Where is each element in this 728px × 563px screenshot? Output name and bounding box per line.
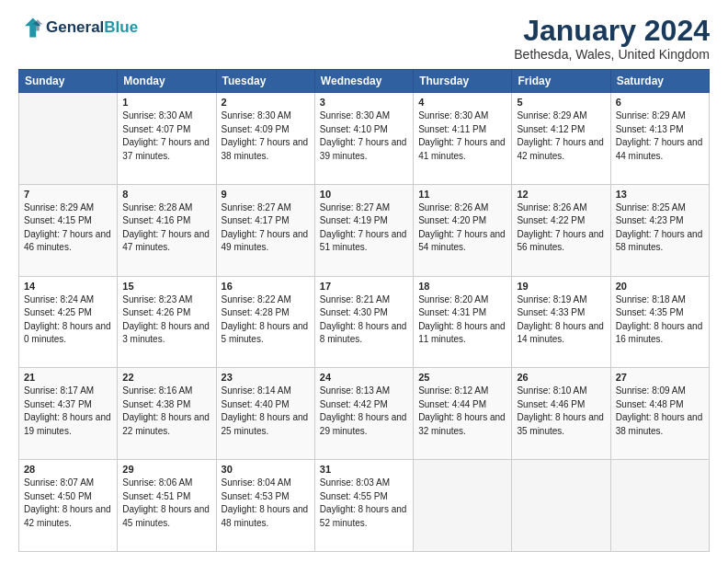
day-info: Sunrise: 8:20 AMSunset: 4:31 PMDaylight:… [418,293,506,347]
day-info: Sunrise: 8:26 AMSunset: 4:22 PMDaylight:… [517,201,605,255]
day-info: Sunrise: 8:25 AMSunset: 4:23 PMDaylight:… [616,201,704,255]
col-friday: Friday [512,70,610,93]
day-info: Sunrise: 8:09 AMSunset: 4:48 PMDaylight:… [616,385,704,438]
table-row: 6Sunrise: 8:29 AMSunset: 4:13 PMDaylight… [610,93,709,185]
day-info: Sunrise: 8:04 AMSunset: 4:53 PMDaylight:… [222,477,310,530]
logo: GeneralBlue [18,15,138,40]
page: GeneralBlue January 2024 Bethesda, Wales… [0,0,728,563]
day-number: 11 [418,189,506,200]
day-number: 14 [24,281,112,292]
day-number: 9 [222,189,310,200]
col-monday: Monday [118,70,216,93]
table-row: 17Sunrise: 8:21 AMSunset: 4:30 PMDayligh… [314,276,413,368]
day-number: 28 [24,464,112,475]
day-number: 3 [320,97,408,108]
day-info: Sunrise: 8:30 AMSunset: 4:09 PMDaylight:… [222,109,310,163]
table-row: 24Sunrise: 8:13 AMSunset: 4:42 PMDayligh… [314,368,413,460]
table-row: 27Sunrise: 8:09 AMSunset: 4:48 PMDayligh… [610,368,709,460]
table-row: 13Sunrise: 8:25 AMSunset: 4:23 PMDayligh… [610,184,709,276]
day-info: Sunrise: 8:12 AMSunset: 4:44 PMDaylight:… [418,385,506,438]
col-thursday: Thursday [414,70,512,93]
table-row: 29Sunrise: 8:06 AMSunset: 4:51 PMDayligh… [118,460,216,552]
day-info: Sunrise: 8:16 AMSunset: 4:38 PMDaylight:… [122,385,210,438]
table-row: 31Sunrise: 8:03 AMSunset: 4:55 PMDayligh… [314,460,413,552]
day-info: Sunrise: 8:07 AMSunset: 4:50 PMDaylight:… [24,477,112,530]
day-number: 29 [122,464,210,475]
table-row: 18Sunrise: 8:20 AMSunset: 4:31 PMDayligh… [414,276,512,368]
day-info: Sunrise: 8:29 AMSunset: 4:13 PMDaylight:… [616,109,704,163]
calendar-week-row: 14Sunrise: 8:24 AMSunset: 4:25 PMDayligh… [19,276,710,368]
day-info: Sunrise: 8:30 AMSunset: 4:11 PMDaylight:… [418,109,506,163]
table-row: 30Sunrise: 8:04 AMSunset: 4:53 PMDayligh… [216,460,314,552]
day-info: Sunrise: 8:23 AMSunset: 4:26 PMDaylight:… [122,293,210,347]
day-info: Sunrise: 8:13 AMSunset: 4:42 PMDaylight:… [320,385,408,438]
day-number: 31 [320,464,408,475]
table-row: 2Sunrise: 8:30 AMSunset: 4:09 PMDaylight… [216,93,314,185]
day-number: 10 [320,189,408,200]
day-info: Sunrise: 8:10 AMSunset: 4:46 PMDaylight:… [517,385,605,438]
calendar-week-row: 7Sunrise: 8:29 AMSunset: 4:15 PMDaylight… [19,184,710,276]
day-info: Sunrise: 8:14 AMSunset: 4:40 PMDaylight:… [222,385,310,438]
col-wednesday: Wednesday [314,70,413,93]
calendar-week-row: 21Sunrise: 8:17 AMSunset: 4:37 PMDayligh… [19,368,710,460]
calendar-table: Sunday Monday Tuesday Wednesday Thursday… [18,69,710,552]
table-row: 20Sunrise: 8:18 AMSunset: 4:35 PMDayligh… [610,276,709,368]
day-info: Sunrise: 8:28 AMSunset: 4:16 PMDaylight:… [122,201,210,255]
day-number: 24 [320,372,408,383]
day-number: 21 [24,372,112,383]
table-row: 16Sunrise: 8:22 AMSunset: 4:28 PMDayligh… [216,276,314,368]
day-info: Sunrise: 8:06 AMSunset: 4:51 PMDaylight:… [122,477,210,530]
day-info: Sunrise: 8:27 AMSunset: 4:19 PMDaylight:… [320,201,408,255]
table-row: 5Sunrise: 8:29 AMSunset: 4:12 PMDaylight… [512,93,610,185]
day-info: Sunrise: 8:19 AMSunset: 4:33 PMDaylight:… [517,293,605,347]
location-subtitle: Bethesda, Wales, United Kingdom [514,47,710,62]
table-row: 15Sunrise: 8:23 AMSunset: 4:26 PMDayligh… [118,276,216,368]
logo-general: GeneralBlue [46,19,138,37]
table-row: 10Sunrise: 8:27 AMSunset: 4:19 PMDayligh… [314,184,413,276]
month-title: January 2024 [514,15,710,47]
day-info: Sunrise: 8:24 AMSunset: 4:25 PMDaylight:… [24,293,112,347]
table-row: 25Sunrise: 8:12 AMSunset: 4:44 PMDayligh… [414,368,512,460]
day-info: Sunrise: 8:30 AMSunset: 4:07 PMDaylight:… [122,109,210,163]
day-number: 7 [24,189,112,200]
table-row: 3Sunrise: 8:30 AMSunset: 4:10 PMDaylight… [314,93,413,185]
day-info: Sunrise: 8:27 AMSunset: 4:17 PMDaylight:… [222,201,310,255]
day-number: 30 [222,464,310,475]
day-number: 5 [517,97,605,108]
day-info: Sunrise: 8:18 AMSunset: 4:35 PMDaylight:… [616,293,704,347]
logo-icon [18,15,44,40]
header: GeneralBlue January 2024 Bethesda, Wales… [18,15,710,62]
table-row [512,460,610,552]
table-row [610,460,709,552]
day-number: 22 [122,372,210,383]
day-number: 26 [517,372,605,383]
table-row [414,460,512,552]
day-number: 15 [122,281,210,292]
col-saturday: Saturday [610,70,709,93]
table-row: 26Sunrise: 8:10 AMSunset: 4:46 PMDayligh… [512,368,610,460]
table-row: 22Sunrise: 8:16 AMSunset: 4:38 PMDayligh… [118,368,216,460]
day-info: Sunrise: 8:21 AMSunset: 4:30 PMDaylight:… [320,293,408,347]
table-row: 28Sunrise: 8:07 AMSunset: 4:50 PMDayligh… [19,460,118,552]
table-row: 14Sunrise: 8:24 AMSunset: 4:25 PMDayligh… [19,276,118,368]
day-info: Sunrise: 8:29 AMSunset: 4:15 PMDaylight:… [24,201,112,255]
table-row: 1Sunrise: 8:30 AMSunset: 4:07 PMDaylight… [118,93,216,185]
table-row: 8Sunrise: 8:28 AMSunset: 4:16 PMDaylight… [118,184,216,276]
table-row: 7Sunrise: 8:29 AMSunset: 4:15 PMDaylight… [19,184,118,276]
day-number: 17 [320,281,408,292]
day-number: 19 [517,281,605,292]
table-row: 19Sunrise: 8:19 AMSunset: 4:33 PMDayligh… [512,276,610,368]
calendar-week-row: 1Sunrise: 8:30 AMSunset: 4:07 PMDaylight… [19,93,710,185]
col-sunday: Sunday [19,70,118,93]
day-info: Sunrise: 8:03 AMSunset: 4:55 PMDaylight:… [320,477,408,530]
col-tuesday: Tuesday [216,70,314,93]
day-number: 27 [616,372,704,383]
day-number: 16 [222,281,310,292]
day-info: Sunrise: 8:30 AMSunset: 4:10 PMDaylight:… [320,109,408,163]
day-info: Sunrise: 8:29 AMSunset: 4:12 PMDaylight:… [517,109,605,163]
table-row: 23Sunrise: 8:14 AMSunset: 4:40 PMDayligh… [216,368,314,460]
calendar-header-row: Sunday Monday Tuesday Wednesday Thursday… [19,70,710,93]
table-row: 21Sunrise: 8:17 AMSunset: 4:37 PMDayligh… [19,368,118,460]
day-info: Sunrise: 8:26 AMSunset: 4:20 PMDaylight:… [418,201,506,255]
day-number: 8 [122,189,210,200]
